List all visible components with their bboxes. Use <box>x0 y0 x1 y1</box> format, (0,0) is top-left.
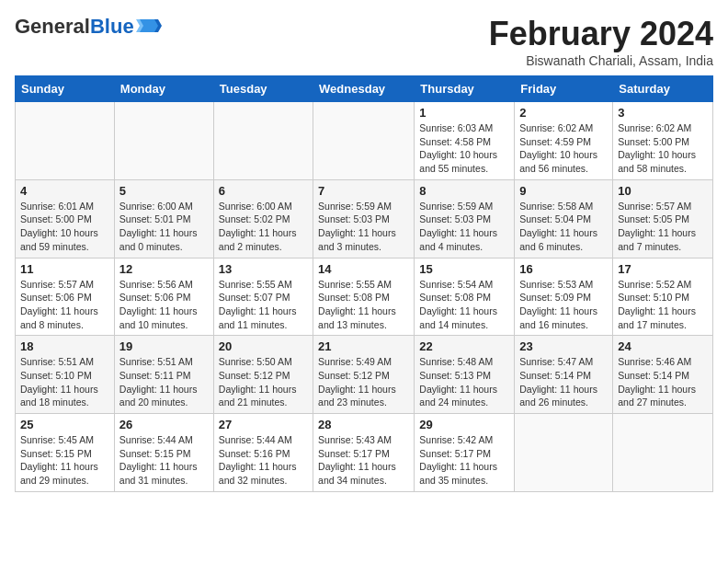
day-info: Sunrise: 5:57 AM Sunset: 5:06 PM Dayligh… <box>20 278 109 332</box>
day-number: 9 <box>519 184 608 198</box>
day-info: Sunrise: 5:50 AM Sunset: 5:12 PM Dayligh… <box>219 355 308 409</box>
day-number: 23 <box>519 339 608 353</box>
day-info: Sunrise: 5:49 AM Sunset: 5:12 PM Dayligh… <box>318 355 409 409</box>
calendar-week-row: 11Sunrise: 5:57 AM Sunset: 5:06 PM Dayli… <box>16 258 713 336</box>
day-info: Sunrise: 5:46 AM Sunset: 5:14 PM Dayligh… <box>618 355 708 409</box>
day-number: 6 <box>219 184 308 198</box>
day-number: 27 <box>219 418 308 431</box>
day-info: Sunrise: 5:59 AM Sunset: 5:03 PM Dayligh… <box>318 200 409 254</box>
day-of-week-header: Monday <box>114 76 213 102</box>
day-number: 15 <box>419 262 509 276</box>
day-number: 10 <box>618 184 708 198</box>
day-info: Sunrise: 5:55 AM Sunset: 5:08 PM Dayligh… <box>318 278 409 332</box>
calendar-table: SundayMondayTuesdayWednesdayThursdayFrid… <box>15 75 713 492</box>
calendar-cell: 25Sunrise: 5:45 AM Sunset: 5:15 PM Dayli… <box>16 414 115 492</box>
calendar-week-row: 1Sunrise: 6:03 AM Sunset: 4:58 PM Daylig… <box>16 102 713 180</box>
calendar-cell: 16Sunrise: 5:53 AM Sunset: 5:09 PM Dayli… <box>515 258 613 336</box>
day-of-week-header: Sunday <box>16 76 115 102</box>
calendar-cell <box>16 102 115 180</box>
day-number: 1 <box>419 106 509 120</box>
day-number: 14 <box>318 262 409 276</box>
calendar-cell: 11Sunrise: 5:57 AM Sunset: 5:06 PM Dayli… <box>16 258 115 336</box>
day-number: 17 <box>618 262 708 276</box>
day-info: Sunrise: 5:59 AM Sunset: 5:03 PM Dayligh… <box>419 200 509 254</box>
calendar-cell: 29Sunrise: 5:42 AM Sunset: 5:17 PM Dayli… <box>415 414 515 492</box>
day-info: Sunrise: 6:00 AM Sunset: 5:02 PM Dayligh… <box>219 200 308 254</box>
calendar-cell: 19Sunrise: 5:51 AM Sunset: 5:11 PM Dayli… <box>114 336 213 414</box>
calendar-cell: 21Sunrise: 5:49 AM Sunset: 5:12 PM Dayli… <box>313 336 415 414</box>
day-number: 2 <box>519 106 608 120</box>
calendar-title: February 2024 <box>489 15 713 53</box>
day-info: Sunrise: 5:58 AM Sunset: 5:04 PM Dayligh… <box>519 200 608 254</box>
calendar-cell: 5Sunrise: 6:00 AM Sunset: 5:01 PM Daylig… <box>114 179 213 258</box>
calendar-week-row: 25Sunrise: 5:45 AM Sunset: 5:15 PM Dayli… <box>16 414 713 492</box>
day-number: 4 <box>20 184 109 198</box>
calendar-cell: 24Sunrise: 5:46 AM Sunset: 5:14 PM Dayli… <box>613 336 713 414</box>
calendar-cell: 1Sunrise: 6:03 AM Sunset: 4:58 PM Daylig… <box>415 102 515 180</box>
day-number: 5 <box>119 184 209 198</box>
day-number: 11 <box>20 262 109 276</box>
day-number: 3 <box>618 106 708 120</box>
calendar-cell <box>213 102 313 180</box>
day-info: Sunrise: 5:54 AM Sunset: 5:08 PM Dayligh… <box>419 278 509 332</box>
calendar-subtitle: Biswanath Chariali, Assam, India <box>489 53 713 68</box>
calendar-cell: 6Sunrise: 6:00 AM Sunset: 5:02 PM Daylig… <box>213 179 313 258</box>
page-header: GeneralBlue February 2024 Biswanath Char… <box>15 15 713 68</box>
day-info: Sunrise: 5:55 AM Sunset: 5:07 PM Dayligh… <box>219 278 308 332</box>
calendar-cell: 3Sunrise: 6:02 AM Sunset: 5:00 PM Daylig… <box>613 102 713 180</box>
day-info: Sunrise: 5:45 AM Sunset: 5:15 PM Dayligh… <box>20 433 109 488</box>
calendar-cell <box>313 102 415 180</box>
day-info: Sunrise: 5:43 AM Sunset: 5:17 PM Dayligh… <box>318 433 409 488</box>
calendar-cell: 18Sunrise: 5:51 AM Sunset: 5:10 PM Dayli… <box>16 336 115 414</box>
calendar-cell: 22Sunrise: 5:48 AM Sunset: 5:13 PM Dayli… <box>415 336 515 414</box>
calendar-cell: 20Sunrise: 5:50 AM Sunset: 5:12 PM Dayli… <box>213 336 313 414</box>
day-number: 22 <box>419 339 509 353</box>
calendar-cell: 7Sunrise: 5:59 AM Sunset: 5:03 PM Daylig… <box>313 179 415 258</box>
day-info: Sunrise: 5:53 AM Sunset: 5:09 PM Dayligh… <box>519 278 608 332</box>
day-info: Sunrise: 6:00 AM Sunset: 5:01 PM Dayligh… <box>119 200 209 254</box>
day-number: 24 <box>618 339 708 353</box>
calendar-cell: 2Sunrise: 6:02 AM Sunset: 4:59 PM Daylig… <box>515 102 613 180</box>
day-number: 18 <box>20 339 109 353</box>
calendar-cell: 26Sunrise: 5:44 AM Sunset: 5:15 PM Dayli… <box>114 414 213 492</box>
svg-marker-1 <box>136 19 158 32</box>
day-info: Sunrise: 6:02 AM Sunset: 4:59 PM Dayligh… <box>519 121 608 176</box>
calendar-cell: 12Sunrise: 5:56 AM Sunset: 5:06 PM Dayli… <box>114 258 213 336</box>
day-info: Sunrise: 5:52 AM Sunset: 5:10 PM Dayligh… <box>618 278 708 332</box>
calendar-cell <box>114 102 213 180</box>
calendar-cell: 4Sunrise: 6:01 AM Sunset: 5:00 PM Daylig… <box>16 179 115 258</box>
day-number: 21 <box>318 339 409 353</box>
calendar-header-row: SundayMondayTuesdayWednesdayThursdayFrid… <box>16 76 713 102</box>
day-number: 7 <box>318 184 409 198</box>
day-of-week-header: Saturday <box>613 76 713 102</box>
calendar-cell <box>515 414 613 492</box>
day-number: 28 <box>318 418 409 431</box>
calendar-cell: 9Sunrise: 5:58 AM Sunset: 5:04 PM Daylig… <box>515 179 613 258</box>
day-number: 20 <box>219 339 308 353</box>
day-number: 16 <box>519 262 608 276</box>
calendar-cell <box>613 414 713 492</box>
day-number: 25 <box>20 418 109 431</box>
day-number: 13 <box>219 262 308 276</box>
day-number: 19 <box>119 339 209 353</box>
day-info: Sunrise: 5:51 AM Sunset: 5:11 PM Dayligh… <box>119 355 209 409</box>
calendar-cell: 15Sunrise: 5:54 AM Sunset: 5:08 PM Dayli… <box>415 258 515 336</box>
calendar-cell: 14Sunrise: 5:55 AM Sunset: 5:08 PM Dayli… <box>313 258 415 336</box>
day-info: Sunrise: 6:02 AM Sunset: 5:00 PM Dayligh… <box>618 121 708 176</box>
day-info: Sunrise: 5:51 AM Sunset: 5:10 PM Dayligh… <box>20 355 109 409</box>
day-info: Sunrise: 5:47 AM Sunset: 5:14 PM Dayligh… <box>519 355 608 409</box>
day-info: Sunrise: 5:57 AM Sunset: 5:05 PM Dayligh… <box>618 200 708 254</box>
day-of-week-header: Tuesday <box>213 76 313 102</box>
calendar-cell: 13Sunrise: 5:55 AM Sunset: 5:07 PM Dayli… <box>213 258 313 336</box>
calendar-cell: 17Sunrise: 5:52 AM Sunset: 5:10 PM Dayli… <box>613 258 713 336</box>
logo-text: GeneralBlue <box>15 15 134 39</box>
day-number: 8 <box>419 184 509 198</box>
day-number: 26 <box>119 418 209 431</box>
day-info: Sunrise: 6:03 AM Sunset: 4:58 PM Dayligh… <box>419 121 509 176</box>
day-info: Sunrise: 5:56 AM Sunset: 5:06 PM Dayligh… <box>119 278 209 332</box>
day-info: Sunrise: 5:42 AM Sunset: 5:17 PM Dayligh… <box>419 433 509 488</box>
calendar-cell: 10Sunrise: 5:57 AM Sunset: 5:05 PM Dayli… <box>613 179 713 258</box>
day-of-week-header: Thursday <box>415 76 515 102</box>
day-info: Sunrise: 6:01 AM Sunset: 5:00 PM Dayligh… <box>20 200 109 254</box>
day-of-week-header: Wednesday <box>313 76 415 102</box>
